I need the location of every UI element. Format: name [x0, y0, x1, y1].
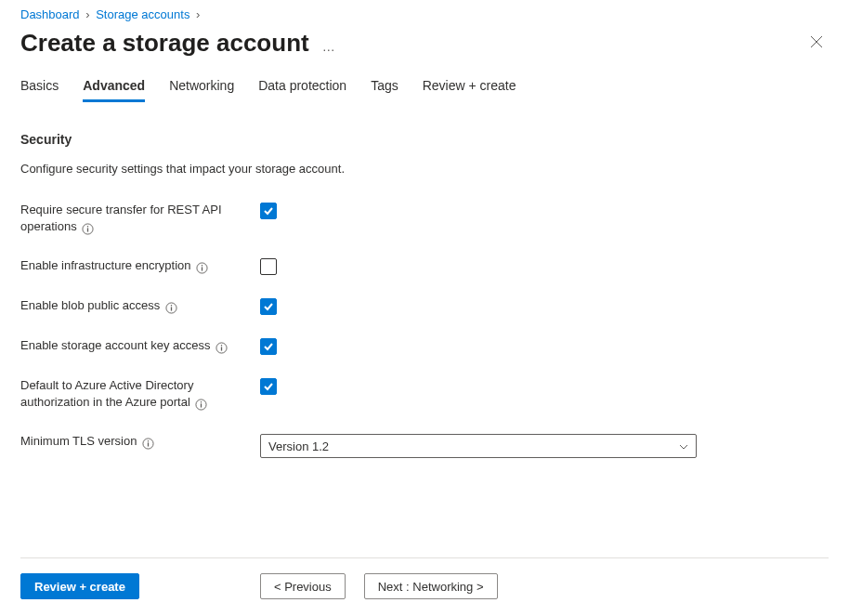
svg-point-13	[201, 401, 202, 402]
section-heading-security: Security	[20, 132, 825, 147]
label-secure-transfer: Require secure transfer for REST API ope…	[20, 202, 260, 235]
svg-point-10	[221, 345, 222, 346]
tab-advanced[interactable]: Advanced	[83, 74, 145, 102]
checkbox-blob-public[interactable]	[260, 298, 277, 315]
chevron-right-icon: ›	[196, 7, 200, 21]
previous-button[interactable]: < Previous	[260, 573, 346, 599]
page-title: Create a storage account	[20, 29, 309, 58]
svg-rect-8	[171, 307, 172, 310]
select-min-tls[interactable]: Version 1.2	[260, 434, 697, 458]
svg-rect-5	[202, 267, 202, 270]
select-value: Version 1.2	[268, 439, 329, 453]
info-icon[interactable]	[195, 399, 207, 411]
content-scroll[interactable]: Security Configure security settings tha…	[20, 119, 829, 557]
section-description: Configure security settings that impact …	[20, 162, 825, 176]
svg-point-4	[202, 265, 202, 266]
label-key-access: Enable storage account key access	[20, 337, 260, 354]
checkbox-secure-transfer[interactable]	[260, 203, 277, 219]
svg-point-7	[171, 305, 172, 306]
label-blob-public: Enable blob public access	[20, 297, 260, 314]
info-icon[interactable]	[82, 223, 94, 235]
label-aad-default: Default to Azure Active Directory author…	[20, 377, 260, 411]
checkbox-infra-encryption[interactable]	[260, 258, 277, 275]
info-icon[interactable]	[216, 342, 228, 354]
tab-basics[interactable]: Basics	[20, 74, 59, 102]
tab-bar: Basics Advanced Networking Data protecti…	[20, 74, 829, 102]
chevron-right-icon: ›	[85, 7, 89, 21]
breadcrumb-link-dashboard[interactable]: Dashboard	[20, 7, 80, 21]
close-icon[interactable]	[804, 32, 829, 55]
footer-bar: Review + create < Previous Next : Networ…	[20, 557, 829, 616]
tab-tags[interactable]: Tags	[371, 74, 398, 102]
checkbox-key-access[interactable]	[260, 338, 277, 355]
review-create-button[interactable]: Review + create	[20, 573, 139, 599]
svg-rect-14	[201, 403, 202, 407]
info-icon[interactable]	[142, 438, 154, 450]
breadcrumb: Dashboard › Storage accounts ›	[20, 7, 829, 21]
label-min-tls: Minimum TLS version	[20, 433, 260, 450]
label-infra-encryption: Enable infrastructure encryption	[20, 257, 260, 274]
svg-point-1	[87, 226, 88, 227]
info-icon[interactable]	[165, 302, 177, 314]
tab-networking[interactable]: Networking	[169, 74, 234, 102]
chevron-down-icon	[679, 441, 688, 452]
svg-rect-11	[221, 347, 222, 350]
next-button[interactable]: Next : Networking >	[364, 573, 498, 599]
more-icon[interactable]: …	[322, 39, 337, 54]
svg-rect-2	[87, 228, 88, 231]
svg-rect-17	[148, 442, 149, 446]
tab-review-create[interactable]: Review + create	[423, 74, 516, 102]
checkbox-aad-default[interactable]	[260, 378, 277, 395]
svg-point-16	[148, 440, 149, 441]
info-icon[interactable]	[196, 262, 208, 274]
tab-data-protection[interactable]: Data protection	[258, 74, 346, 102]
breadcrumb-link-storage-accounts[interactable]: Storage accounts	[96, 7, 189, 21]
